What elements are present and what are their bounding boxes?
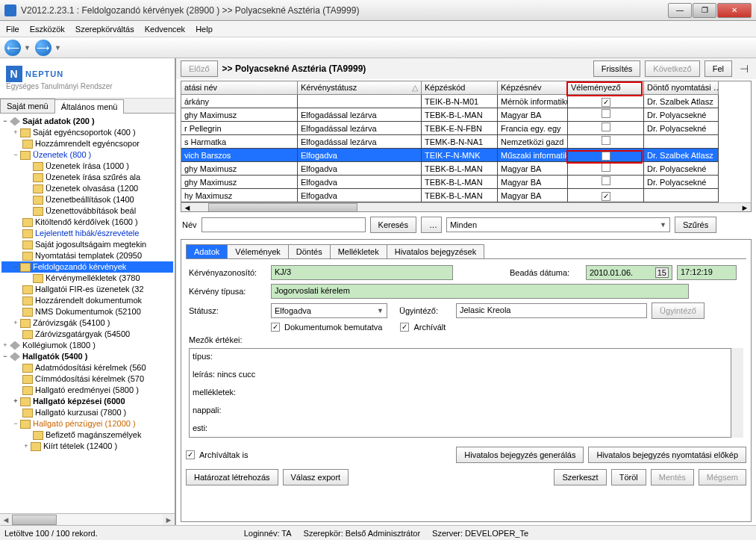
menu-szerepkor[interactable]: Szerepkörváltás bbox=[75, 25, 134, 34]
neptun-logo: NNEPTUN Egységes Tanulmányi Rendszer bbox=[0, 58, 175, 99]
mezok-textarea[interactable]: típus: leírás: nincs cucc mellékletek: n… bbox=[189, 348, 731, 438]
tab-mellekletek[interactable]: Mellékletek bbox=[330, 244, 387, 258]
refresh-button[interactable]: Frissítés bbox=[593, 60, 641, 77]
sidebar-hscroll[interactable]: ◄► bbox=[0, 513, 175, 525]
grid-header: atási név Kérvénystátusz△ Képzéskód Képz… bbox=[181, 81, 751, 95]
table-row[interactable]: ghy MaximuszElfogadással lezárvaTEBK-B-L… bbox=[181, 108, 751, 122]
search-name-input[interactable] bbox=[202, 217, 366, 232]
cb-archivalt[interactable]: ✓ bbox=[400, 323, 409, 332]
ta-vscroll[interactable] bbox=[731, 348, 743, 438]
role: Szerepkör: Belső Adminisztrátor bbox=[304, 529, 421, 538]
maximize-button[interactable]: ❐ bbox=[693, 3, 716, 18]
tab-altalanos-menu[interactable]: Általános menü bbox=[54, 99, 125, 114]
minimize-button[interactable]: — bbox=[668, 3, 692, 18]
prev-button[interactable]: Előző bbox=[181, 60, 218, 77]
nav-forward-button[interactable]: ⟶ bbox=[35, 40, 51, 56]
tree[interactable]: −Saját adatok (200 ) +Saját egyéncsoport… bbox=[0, 114, 175, 513]
statusbar: Letöltve 100 / 100 rekord. Loginnév: TA … bbox=[0, 525, 756, 540]
window-title: V2012.2.23.1 : Feldolgozandó kérvények (… bbox=[21, 5, 668, 16]
szures-button[interactable]: Szűrés bbox=[675, 217, 716, 233]
nav-forward-dropdown[interactable]: ▼ bbox=[54, 44, 61, 52]
hivatalos-nyomtatasi-button[interactable]: Hivatalos bejegyzés nyomtatási előkép bbox=[588, 447, 746, 463]
table-row[interactable]: s HarmatkaElfogadással lezárvaTEMK-B-N-N… bbox=[181, 135, 751, 149]
sidebar-tabs: Saját menü Általános menü bbox=[0, 99, 175, 114]
heading: >> Polyacsekné Asztéria (TA9999) bbox=[222, 63, 366, 74]
browse-button[interactable]: … bbox=[421, 217, 442, 233]
menu-kedvencek[interactable]: Kedvencek bbox=[145, 25, 185, 34]
table-row[interactable]: r PellegrinElfogadással lezárvaTEBK-E-N-… bbox=[181, 122, 751, 135]
data-grid[interactable]: atási név Kérvénystátusz△ Képzéskód Képz… bbox=[181, 81, 752, 212]
pin-icon[interactable]: ⊣ bbox=[740, 63, 749, 75]
menu-eszkozok[interactable]: Eszközök bbox=[30, 25, 65, 34]
table-row[interactable]: vich BarszosElfogadvaTEIK-F-N-MNKMűszaki… bbox=[181, 149, 751, 162]
search-row: Név Keresés … Minden▼ Szűrés bbox=[176, 214, 756, 236]
record-count: Letöltve 100 / 100 rekord. bbox=[4, 529, 98, 538]
detail-panel: Adatok Vélemények Döntés Mellékletek Hiv… bbox=[181, 239, 752, 522]
ugyintezo-field: Jelasic Kreola bbox=[456, 303, 647, 318]
loginname: Loginnév: TA bbox=[244, 529, 292, 538]
tab-adatok[interactable]: Adatok bbox=[186, 244, 228, 258]
tab-hivatalos[interactable]: Hivatalos bejegyzések bbox=[387, 244, 484, 258]
nav-back-dropdown[interactable]: ▼ bbox=[24, 44, 31, 52]
grid-hscroll[interactable]: ◄► bbox=[181, 202, 751, 212]
up-button[interactable]: Fel bbox=[705, 60, 732, 77]
app-icon bbox=[4, 4, 16, 16]
filter-dropdown[interactable]: Minden▼ bbox=[446, 217, 670, 232]
mentes-button[interactable]: Mentés bbox=[651, 469, 694, 485]
tab-dontes[interactable]: Döntés bbox=[288, 244, 331, 258]
menu-file[interactable]: File bbox=[6, 25, 19, 34]
label-nev: Név bbox=[182, 220, 197, 229]
menu-help[interactable]: Help bbox=[196, 25, 213, 34]
nav-toolbar: ⟵ ▼ ⟶ ▼ bbox=[0, 37, 756, 58]
kerveny-tipus-field: Jogorvoslati kérelem bbox=[271, 284, 689, 299]
calendar-icon: 15 bbox=[655, 267, 669, 278]
torol-button[interactable]: Töröl bbox=[611, 469, 646, 485]
main: Előző >> Polyacsekné Asztéria (TA9999) F… bbox=[176, 58, 756, 525]
search-button[interactable]: Keresés bbox=[370, 217, 416, 233]
tab-sajat-menu[interactable]: Saját menü bbox=[0, 99, 55, 113]
close-button[interactable]: ✕ bbox=[717, 3, 752, 18]
szerkeszt-button[interactable]: Szerkeszt bbox=[554, 469, 606, 485]
kervenyazonosito-field: KJ/3 bbox=[271, 265, 453, 280]
table-row[interactable]: árkányTEIK-B-N-M01Mérnök informatikus✓Dr… bbox=[181, 95, 751, 108]
table-row[interactable]: hy MaximuszElfogadvaTEBK-B-L-MANMagyar B… bbox=[181, 189, 751, 202]
beadas-datum-field[interactable]: 2010.01.06.15 bbox=[586, 265, 672, 280]
detail-tabs: Adatok Vélemények Döntés Mellékletek Hiv… bbox=[186, 244, 746, 259]
tree-selected-feldolgozando: −Feldolgozandó kérvények bbox=[1, 261, 173, 273]
beadas-ido-field: 17:12:19 bbox=[677, 265, 737, 280]
table-row[interactable]: ghy MaximuszElfogadvaTEBK-B-L-MANMagyar … bbox=[181, 162, 751, 176]
megsem-button[interactable]: Mégsem bbox=[699, 469, 746, 485]
status-dropdown[interactable]: Elfogadva▼ bbox=[271, 303, 387, 318]
next-button[interactable]: Következő bbox=[645, 60, 699, 77]
menubar: File Eszközök Szerepkörváltás Kedvencek … bbox=[0, 21, 756, 37]
server: Szerver: DEVELOPER_Te bbox=[432, 529, 528, 538]
table-row[interactable]: ghy MaximuszElfogadvaTEBK-B-L-MANMagyar … bbox=[181, 176, 751, 189]
cb-archivaltak-is[interactable]: ✓ bbox=[186, 450, 195, 459]
hivatalos-generalas-button[interactable]: Hivatalos bejegyzés generálás bbox=[456, 447, 584, 463]
ugyintezo-button[interactable]: Ügyintéző bbox=[652, 302, 705, 319]
sidebar: NNEPTUN Egységes Tanulmányi Rendszer Saj… bbox=[0, 58, 176, 525]
tab-velemenyek[interactable]: Vélemények bbox=[227, 244, 289, 258]
nav-back-button[interactable]: ⟵ bbox=[4, 40, 21, 56]
hatarozat-button[interactable]: Határozat létrehozás bbox=[186, 469, 278, 485]
titlebar: V2012.2.23.1 : Feldolgozandó kérvények (… bbox=[0, 0, 756, 21]
valasz-export-button[interactable]: Válasz export bbox=[283, 469, 349, 485]
cb-dokumentumok[interactable]: ✓ bbox=[271, 323, 280, 332]
